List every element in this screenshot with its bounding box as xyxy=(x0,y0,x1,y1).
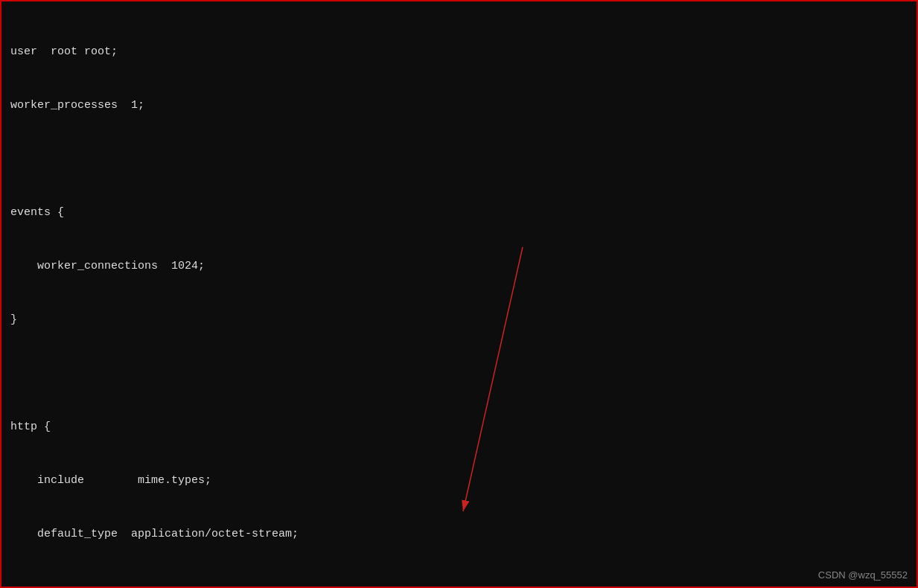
line-4: events { xyxy=(10,204,908,222)
line-5: worker_connections 1024; xyxy=(10,258,908,275)
line-9: include mime.types; xyxy=(10,472,908,490)
line-11 xyxy=(10,579,908,588)
line-7 xyxy=(10,365,908,383)
line-10: default_type application/octet-stream; xyxy=(10,525,908,543)
csdn-watermark: CSDN @wzq_55552 xyxy=(818,569,908,581)
code-content: user root root; worker_processes 1; even… xyxy=(10,7,908,588)
code-editor: user root root; worker_processes 1; even… xyxy=(0,0,918,588)
line-2: worker_processes 1; xyxy=(10,97,908,115)
line-3 xyxy=(10,150,908,168)
line-8: http { xyxy=(10,418,908,436)
line-6: } xyxy=(10,311,908,329)
line-1: user root root; xyxy=(10,43,908,61)
